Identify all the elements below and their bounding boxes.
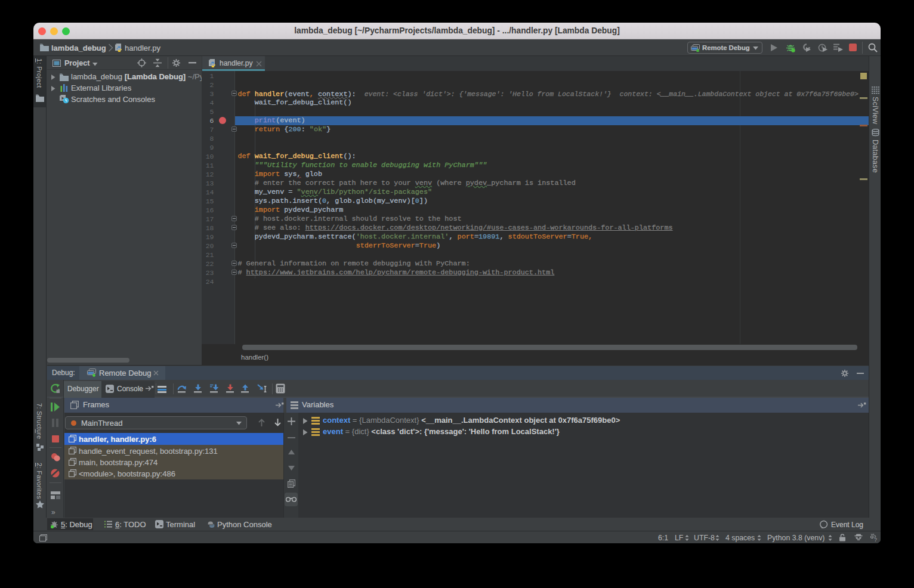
svg-text:?: ? [874,537,877,542]
